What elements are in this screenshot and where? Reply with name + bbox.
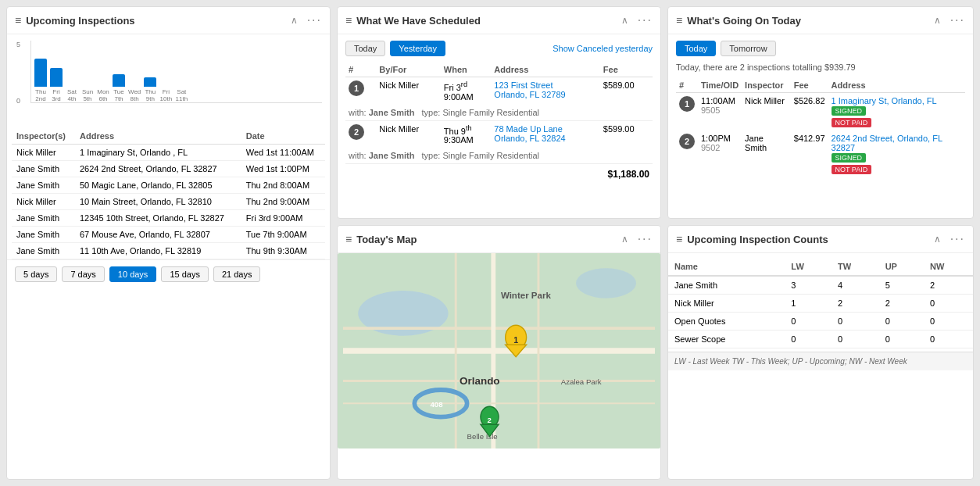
today-row-num: 1 [676,93,698,131]
today-row: 1 11:00AM9505 Nick Miller $526.82 1 Imag… [676,93,965,131]
scheduled-collapse[interactable]: ∧ [621,15,628,26]
upcoming-collapse[interactable]: ∧ [291,15,298,26]
scheduled-sub-row: with: Jane Smith type: Single Family Res… [345,105,653,121]
today-title: What's Going On Today [687,15,928,27]
chart-bar-7: Thu9th [144,77,156,102]
insp-date: Tue 7th 9:00AM [241,227,325,243]
row-num: 2 [345,120,376,148]
today-collapse[interactable]: ∧ [934,15,941,26]
today-row-num: 2 [676,130,698,177]
svg-text:Winter Park: Winter Park [501,291,551,300]
counts-lw: 3 [785,276,832,295]
days-btn-5-days[interactable]: 5 days [15,266,57,282]
counts-col-nw: NW [924,258,973,276]
today-row-address[interactable]: 2624 2nd Street, Orlando, FL 32827 SIGNE… [828,130,965,177]
today-row-time: 1:00PM9502 [698,130,742,177]
upcoming-row: Nick Miller 10 Main Street, Orlando, FL … [12,194,325,210]
row-fee: $599.00 [600,120,653,148]
upcoming-row: Jane Smith 50 Magic Lane, Orlando, FL 32… [12,177,325,194]
scheduled-tab-yesterday[interactable]: Yesterday [390,41,445,56]
map-title: Today's Map [356,234,616,245]
menu-icon: ≡ [345,14,352,27]
counts-collapse[interactable]: ∧ [934,234,941,245]
row-address[interactable]: 78 Made Up LaneOrlando, FL 32824 [491,120,600,148]
notpaid-badge: NOT PAID [832,165,872,174]
scheduled-card: ≡ What We Have Scheduled ∧ ··· Today Yes… [337,6,661,219]
y-label-5: 5 [16,41,20,48]
scheduled-table: # By/For When Address Fee 1 Nick Miller … [345,63,653,164]
today-tab-tomorrow[interactable]: Tomorrow [721,41,775,56]
counts-menu[interactable]: ··· [950,232,965,246]
counts-tw: 4 [832,276,879,295]
days-btn-15-days[interactable]: 15 days [161,266,209,282]
counts-name: Nick Miller [668,295,785,313]
scheduled-menu[interactable]: ··· [638,13,653,27]
insp-col-date: Date [241,128,325,145]
chart-bar-5: Tue7th [113,74,125,102]
today-menu[interactable]: ··· [950,13,965,27]
scheduled-row: 1 Nick Miller Fri 3rd9:00AM 123 First St… [345,77,653,105]
map-menu[interactable]: ··· [638,232,653,246]
chart-bar-4: Mon6th [97,87,109,102]
insp-name: Jane Smith [12,243,75,259]
counts-up: 0 [879,313,924,331]
upcoming-header: ≡ Upcoming Inspections ∧ ··· [7,7,330,34]
row-fee: $589.00 [600,77,653,105]
y-label-0: 0 [16,97,20,105]
col-num: # [345,63,376,77]
chart-bar-1: Fri3rd [50,68,63,102]
insp-date: Thu 2nd 9:00AM [241,194,325,210]
upcoming-menu[interactable]: ··· [307,13,322,27]
legend-up-text: Upcoming; [810,357,847,366]
sub-row-content: with: Jane Smith type: Single Family Res… [345,148,653,164]
upcoming-row: Nick Miller 1 Imaginary St, Orlando , FL… [12,145,325,161]
counts-tw: 0 [832,331,879,348]
insp-date: Thu 2nd 8:00AM [241,177,325,194]
menu-icon3: ≡ [345,233,352,245]
insp-name: Nick Miller [12,145,75,161]
today-row-address[interactable]: 1 Imaginary St, Orlando, FL SIGNED NOT P… [828,93,965,131]
insp-date: Fri 3rd 9:00AM [241,210,325,227]
col-address: Address [491,63,600,77]
upcoming-table-wrap: Inspector(s) Address Date Nick Miller 1 … [7,128,330,259]
map-header: ≡ Today's Map ∧ ··· [338,226,660,253]
days-btn-21-days[interactable]: 21 days [213,266,261,282]
chart-bars: Thu2ndFri3rdSat4thSun5thMon6thTue7thWed8… [30,41,322,103]
svg-text:Belle Isle: Belle Isle [467,433,498,441]
counts-lw: 0 [785,331,832,348]
legend-nw-text: Next Week [869,357,907,366]
menu-icon5: ≡ [15,14,21,27]
svg-text:2: 2 [488,416,492,424]
svg-text:Azalea Park: Azalea Park [561,377,602,386]
show-canceled-link[interactable]: Show Canceled yesterday [553,44,653,53]
chart-bar-3: Sun5th [81,87,94,102]
map-collapse[interactable]: ∧ [621,234,628,245]
col-fee: Fee [600,63,653,77]
today-col-time: Time/OID [698,78,742,93]
today-tab-today[interactable]: Today [676,41,716,56]
insp-addr: 10 Main Street, Orlando, FL 32810 [75,194,241,210]
chart-bar-6: Wed8th [128,87,141,102]
row-address[interactable]: 123 First StreetOrlando, FL 32789 [491,77,600,105]
map-view[interactable]: 408 Winter Park Orlando Azalea Park Bell… [338,253,660,448]
upcoming-row: Jane Smith 2624 2nd Street, Orlando, FL … [12,161,325,177]
legend-tw-label: TW [731,357,744,366]
signed-badge: SIGNED [832,153,867,163]
today-card: ≡ What's Going On Today ∧ ··· Today Tomo… [667,6,974,219]
chart-wrap: 5 0 Thu2ndFri3rdSat4thSun5thMon6thTue7th… [30,41,322,103]
days-btn-10-days[interactable]: 10 days [109,266,157,282]
upcoming-row: Jane Smith 11 10th Ave, Orlando, FL 3281… [12,243,325,259]
counts-name: Sewer Scope [668,331,785,348]
signed-badge: SIGNED [832,106,867,116]
insp-name: Jane Smith [12,161,75,177]
scheduled-tab-today[interactable]: Today [345,41,385,56]
today-col-fee: Fee [791,78,828,93]
counts-card: ≡ Upcoming Inspection Counts ∧ ··· Name … [667,225,974,480]
upcoming-chart: 5 0 Thu2ndFri3rdSat4thSun5thMon6thTue7th… [7,34,330,128]
row-when: Thu 9th9:30AM [441,120,492,148]
svg-text:1: 1 [513,336,518,345]
counts-nw: 2 [924,276,973,295]
counts-legend: LW - Last Week TW - This Week; UP - Upco… [668,352,973,370]
days-btn-7-days[interactable]: 7 days [62,266,104,282]
insp-date: Wed 1st 1:00PM [241,161,325,177]
